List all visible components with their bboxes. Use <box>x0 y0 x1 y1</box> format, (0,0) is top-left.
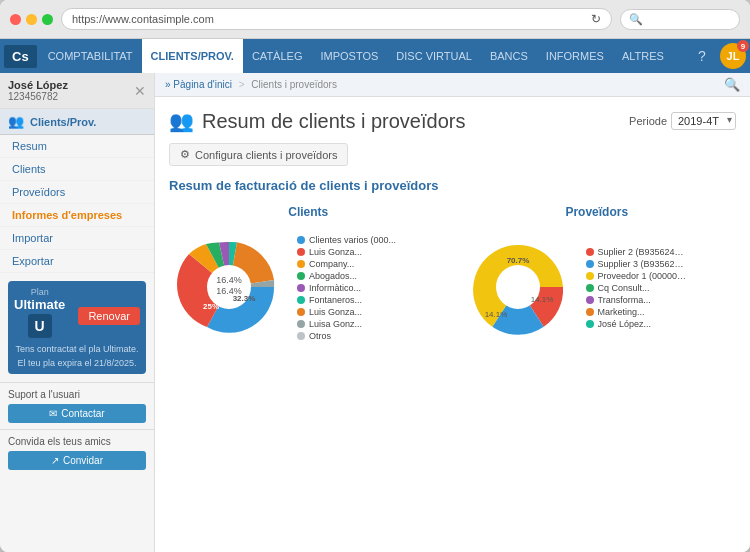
refresh-icon[interactable]: ↻ <box>591 12 601 26</box>
nav-logo: Cs <box>4 45 37 68</box>
sidebar-item-importar[interactable]: Importar <box>0 227 154 250</box>
plan-section: Plan Ultimate U Renovar Tens contractat … <box>8 281 146 374</box>
section-title: Resum de facturació de clients i proveïd… <box>169 178 736 193</box>
providers-pie: 70.7% 14.1% 14.1% <box>458 227 578 350</box>
svg-text:25%: 25% <box>203 302 219 311</box>
renew-button[interactable]: Renovar <box>78 307 140 325</box>
nav-item-disc[interactable]: DISC VIRTUAL <box>387 39 481 73</box>
search-icon: 🔍 <box>629 13 643 26</box>
plan-label: Plan <box>14 287 65 297</box>
page-search-icon[interactable]: 🔍 <box>724 77 740 92</box>
clients-chart-panel: Clients <box>169 205 448 350</box>
nav-item-comptabilitat[interactable]: COMPTABILITAT <box>39 39 142 73</box>
sidebar-item-informes[interactable]: Informes d'empreses <box>0 204 154 227</box>
period-label: Periode <box>629 115 667 127</box>
help-icon[interactable]: ? <box>688 39 716 73</box>
invite-section: Convida els teus amics ↗ Convidar <box>0 429 154 476</box>
plan-name: Ultimate <box>14 297 65 312</box>
nav-item-clients[interactable]: CLIENTS/PROV. <box>142 39 243 73</box>
nav-item-cataleg[interactable]: CATÀLEG <box>243 39 312 73</box>
svg-text:14.1%: 14.1% <box>530 295 553 304</box>
svg-text:16.4%: 16.4% <box>216 275 242 285</box>
sidebar-item-proveidors[interactable]: Proveïdors <box>0 181 154 204</box>
nav-item-impostos[interactable]: IMPOSTOS <box>311 39 387 73</box>
app-content: Cs COMPTABILITAT CLIENTS/PROV. CATÀLEG I… <box>0 39 750 552</box>
user-badge: 9 <box>737 40 749 52</box>
charts-row: Clients <box>169 205 736 350</box>
top-nav: Cs COMPTABILITAT CLIENTS/PROV. CATÀLEG I… <box>0 39 750 73</box>
support-label: Suport a l'usuari <box>8 389 146 400</box>
svg-text:32.3%: 32.3% <box>233 294 256 303</box>
main-body: José López 123456782 ✕ 👥 Clients/Prov. R… <box>0 73 750 552</box>
maximize-button[interactable] <box>42 14 53 25</box>
page-title-row: 👥 Resum de clients i proveïdors Periode … <box>169 109 736 133</box>
contact-button[interactable]: ✉ Contactar <box>8 404 146 423</box>
invite-label: Convida els teus amics <box>8 436 146 447</box>
nav-item-informes[interactable]: INFORMES <box>537 39 613 73</box>
sidebar-item-resum[interactable]: Resum <box>0 135 154 158</box>
close-button[interactable] <box>10 14 21 25</box>
sidebar-section-header: 👥 Clients/Prov. <box>0 109 154 135</box>
period-selector: Periode 2019-4T <box>629 112 736 130</box>
nav-item-bancs[interactable]: BANCS <box>481 39 537 73</box>
period-dropdown[interactable]: 2019-4T <box>671 112 736 130</box>
gear-icon: ⚙ <box>180 148 190 161</box>
address-bar[interactable]: https://www.contasimple.com ↻ <box>61 8 612 30</box>
clients-legend: Clientes varios (000... Luis Gonza... Co… <box>297 235 396 343</box>
sidebar-support: Suport a l'usuari ✉ Contactar <box>0 382 154 429</box>
page-title-icon: 👥 <box>169 109 194 133</box>
sidebar-user-info: José López 123456782 <box>8 79 68 102</box>
period-select-wrap[interactable]: 2019-4T <box>671 112 736 130</box>
content-area: » Pàgina d'inici > Clients i proveïdors … <box>155 73 750 552</box>
sidebar-item-clients[interactable]: Clients <box>0 158 154 181</box>
minimize-button[interactable] <box>26 14 37 25</box>
clients-chart-title: Clients <box>169 205 448 219</box>
providers-chart-title: Proveïdors <box>458 205 737 219</box>
invite-button[interactable]: ↗ Convidar <box>8 451 146 470</box>
plan-note: Tens contractat el pla Ultimate. <box>14 344 140 354</box>
email-icon: ✉ <box>49 408 57 419</box>
clients-pie: 16.4% 16.4% 32.3% 25% <box>169 227 289 350</box>
page-content: 👥 Resum de clients i proveïdors Periode … <box>155 97 750 552</box>
traffic-lights <box>10 14 53 25</box>
browser-chrome: https://www.contasimple.com ↻ 🔍 <box>0 0 750 39</box>
url-text: https://www.contasimple.com <box>72 13 214 25</box>
sidebar-user-id: 123456782 <box>8 91 68 102</box>
nav-item-altres[interactable]: ALTRES <box>613 39 673 73</box>
sidebar-item-exportar[interactable]: Exportar <box>0 250 154 273</box>
share-icon: ↗ <box>51 455 59 466</box>
sidebar-close-icon[interactable]: ✕ <box>134 83 146 99</box>
sidebar-user-name: José López <box>8 79 68 91</box>
plan-logo: U <box>28 314 52 338</box>
providers-legend: Suplier 2 (B93562437) Supplier 3 (B93562… <box>586 247 688 331</box>
clients-chart-content: 16.4% 16.4% 32.3% 25% Clientes varios (0… <box>169 227 448 350</box>
breadcrumb: » Pàgina d'inici > Clients i proveïdors … <box>155 73 750 97</box>
breadcrumb-sep: > <box>239 79 248 90</box>
breadcrumb-current: Clients i proveïdors <box>251 79 337 90</box>
breadcrumb-home[interactable]: » Pàgina d'inici <box>165 79 232 90</box>
browser-search[interactable]: 🔍 <box>620 9 740 30</box>
breadcrumb-links: » Pàgina d'inici > Clients i proveïdors <box>165 79 337 90</box>
user-avatar[interactable]: JL 9 <box>720 43 746 69</box>
svg-text:70.7%: 70.7% <box>506 256 529 265</box>
sidebar-section-title: Clients/Prov. <box>30 116 96 128</box>
page-title-text: Resum de clients i proveïdors <box>202 110 465 133</box>
providers-chart-content: 70.7% 14.1% 14.1% Suplier 2 (B93562437) … <box>458 227 737 350</box>
plan-note2: El teu pla expira el 21/8/2025. <box>14 358 140 368</box>
config-button[interactable]: ⚙ Configura clients i proveïdors <box>169 143 348 166</box>
providers-chart-panel: Proveïdors <box>458 205 737 350</box>
sidebar: José López 123456782 ✕ 👥 Clients/Prov. R… <box>0 73 155 552</box>
page-title: 👥 Resum de clients i proveïdors <box>169 109 465 133</box>
sidebar-user: José López 123456782 ✕ <box>0 73 154 109</box>
clients-section-icon: 👥 <box>8 114 24 129</box>
svg-text:14.1%: 14.1% <box>484 310 507 319</box>
